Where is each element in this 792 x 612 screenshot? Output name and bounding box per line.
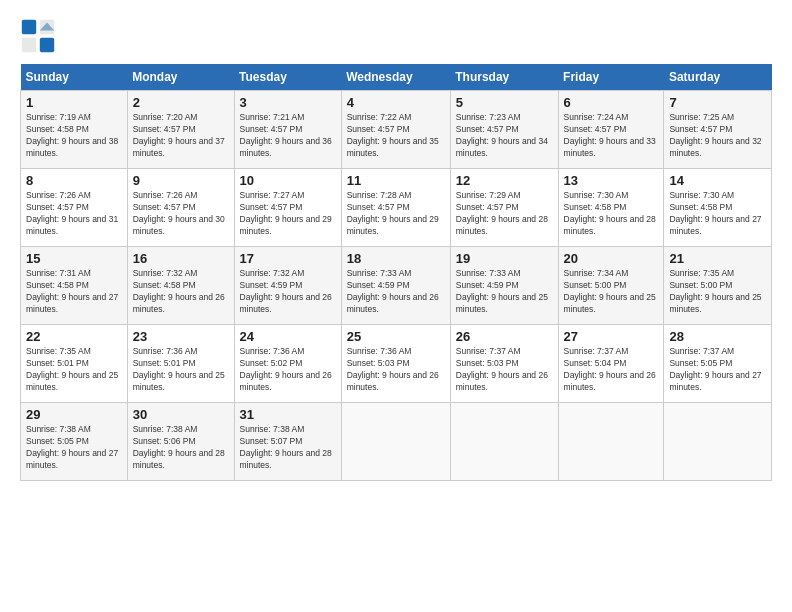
day-detail: Sunrise: 7:19 AMSunset: 4:58 PMDaylight:… — [26, 112, 122, 160]
day-header-tuesday: Tuesday — [234, 64, 341, 91]
day-detail: Sunrise: 7:22 AMSunset: 4:57 PMDaylight:… — [347, 112, 445, 160]
calendar-cell — [664, 403, 772, 481]
day-number: 29 — [26, 407, 122, 422]
day-number: 4 — [347, 95, 445, 110]
svg-rect-2 — [22, 38, 36, 52]
svg-rect-0 — [22, 20, 36, 34]
day-detail: Sunrise: 7:30 AMSunset: 4:58 PMDaylight:… — [564, 190, 659, 238]
day-detail: Sunrise: 7:29 AMSunset: 4:57 PMDaylight:… — [456, 190, 553, 238]
calendar-cell: 5 Sunrise: 7:23 AMSunset: 4:57 PMDayligh… — [450, 91, 558, 169]
calendar-cell: 4 Sunrise: 7:22 AMSunset: 4:57 PMDayligh… — [341, 91, 450, 169]
page: SundayMondayTuesdayWednesdayThursdayFrid… — [0, 0, 792, 612]
calendar-cell — [450, 403, 558, 481]
calendar-cell: 19 Sunrise: 7:33 AMSunset: 4:59 PMDaylig… — [450, 247, 558, 325]
day-detail: Sunrise: 7:26 AMSunset: 4:57 PMDaylight:… — [26, 190, 122, 238]
day-number: 2 — [133, 95, 229, 110]
day-number: 9 — [133, 173, 229, 188]
day-number: 7 — [669, 95, 766, 110]
svg-rect-3 — [40, 38, 54, 52]
day-number: 11 — [347, 173, 445, 188]
calendar-cell — [341, 403, 450, 481]
day-header-sunday: Sunday — [21, 64, 128, 91]
week-row-3: 15 Sunrise: 7:31 AMSunset: 4:58 PMDaylig… — [21, 247, 772, 325]
day-detail: Sunrise: 7:32 AMSunset: 4:59 PMDaylight:… — [240, 268, 336, 316]
day-detail: Sunrise: 7:33 AMSunset: 4:59 PMDaylight:… — [456, 268, 553, 316]
day-header-thursday: Thursday — [450, 64, 558, 91]
day-detail: Sunrise: 7:37 AMSunset: 5:03 PMDaylight:… — [456, 346, 553, 394]
calendar-cell: 26 Sunrise: 7:37 AMSunset: 5:03 PMDaylig… — [450, 325, 558, 403]
week-row-4: 22 Sunrise: 7:35 AMSunset: 5:01 PMDaylig… — [21, 325, 772, 403]
calendar-cell: 16 Sunrise: 7:32 AMSunset: 4:58 PMDaylig… — [127, 247, 234, 325]
day-detail: Sunrise: 7:33 AMSunset: 4:59 PMDaylight:… — [347, 268, 445, 316]
day-detail: Sunrise: 7:38 AMSunset: 5:05 PMDaylight:… — [26, 424, 122, 472]
day-number: 20 — [564, 251, 659, 266]
day-detail: Sunrise: 7:37 AMSunset: 5:04 PMDaylight:… — [564, 346, 659, 394]
day-number: 12 — [456, 173, 553, 188]
day-detail: Sunrise: 7:27 AMSunset: 4:57 PMDaylight:… — [240, 190, 336, 238]
calendar-cell: 10 Sunrise: 7:27 AMSunset: 4:57 PMDaylig… — [234, 169, 341, 247]
day-number: 14 — [669, 173, 766, 188]
day-number: 18 — [347, 251, 445, 266]
day-number: 16 — [133, 251, 229, 266]
calendar-cell: 25 Sunrise: 7:36 AMSunset: 5:03 PMDaylig… — [341, 325, 450, 403]
day-number: 26 — [456, 329, 553, 344]
day-detail: Sunrise: 7:23 AMSunset: 4:57 PMDaylight:… — [456, 112, 553, 160]
calendar-cell: 2 Sunrise: 7:20 AMSunset: 4:57 PMDayligh… — [127, 91, 234, 169]
logo — [20, 18, 62, 54]
calendar-cell: 21 Sunrise: 7:35 AMSunset: 5:00 PMDaylig… — [664, 247, 772, 325]
day-number: 23 — [133, 329, 229, 344]
day-number: 30 — [133, 407, 229, 422]
day-detail: Sunrise: 7:24 AMSunset: 4:57 PMDaylight:… — [564, 112, 659, 160]
day-detail: Sunrise: 7:35 AMSunset: 5:00 PMDaylight:… — [669, 268, 766, 316]
day-number: 21 — [669, 251, 766, 266]
day-detail: Sunrise: 7:35 AMSunset: 5:01 PMDaylight:… — [26, 346, 122, 394]
day-detail: Sunrise: 7:36 AMSunset: 5:03 PMDaylight:… — [347, 346, 445, 394]
day-header-friday: Friday — [558, 64, 664, 91]
calendar-cell: 28 Sunrise: 7:37 AMSunset: 5:05 PMDaylig… — [664, 325, 772, 403]
day-detail: Sunrise: 7:36 AMSunset: 5:01 PMDaylight:… — [133, 346, 229, 394]
day-detail: Sunrise: 7:36 AMSunset: 5:02 PMDaylight:… — [240, 346, 336, 394]
day-number: 19 — [456, 251, 553, 266]
day-number: 5 — [456, 95, 553, 110]
day-number: 6 — [564, 95, 659, 110]
calendar-cell: 14 Sunrise: 7:30 AMSunset: 4:58 PMDaylig… — [664, 169, 772, 247]
day-detail: Sunrise: 7:30 AMSunset: 4:58 PMDaylight:… — [669, 190, 766, 238]
day-number: 31 — [240, 407, 336, 422]
day-number: 15 — [26, 251, 122, 266]
week-row-5: 29 Sunrise: 7:38 AMSunset: 5:05 PMDaylig… — [21, 403, 772, 481]
calendar-cell: 12 Sunrise: 7:29 AMSunset: 4:57 PMDaylig… — [450, 169, 558, 247]
calendar-cell: 29 Sunrise: 7:38 AMSunset: 5:05 PMDaylig… — [21, 403, 128, 481]
calendar-cell: 24 Sunrise: 7:36 AMSunset: 5:02 PMDaylig… — [234, 325, 341, 403]
calendar-cell: 31 Sunrise: 7:38 AMSunset: 5:07 PMDaylig… — [234, 403, 341, 481]
day-number: 1 — [26, 95, 122, 110]
day-number: 10 — [240, 173, 336, 188]
week-row-2: 8 Sunrise: 7:26 AMSunset: 4:57 PMDayligh… — [21, 169, 772, 247]
day-number: 25 — [347, 329, 445, 344]
day-number: 27 — [564, 329, 659, 344]
day-header-row: SundayMondayTuesdayWednesdayThursdayFrid… — [21, 64, 772, 91]
day-header-saturday: Saturday — [664, 64, 772, 91]
calendar-cell: 9 Sunrise: 7:26 AMSunset: 4:57 PMDayligh… — [127, 169, 234, 247]
calendar-cell: 30 Sunrise: 7:38 AMSunset: 5:06 PMDaylig… — [127, 403, 234, 481]
day-detail: Sunrise: 7:25 AMSunset: 4:57 PMDaylight:… — [669, 112, 766, 160]
calendar-cell: 20 Sunrise: 7:34 AMSunset: 5:00 PMDaylig… — [558, 247, 664, 325]
calendar-cell: 11 Sunrise: 7:28 AMSunset: 4:57 PMDaylig… — [341, 169, 450, 247]
week-row-1: 1 Sunrise: 7:19 AMSunset: 4:58 PMDayligh… — [21, 91, 772, 169]
day-number: 8 — [26, 173, 122, 188]
calendar-cell: 22 Sunrise: 7:35 AMSunset: 5:01 PMDaylig… — [21, 325, 128, 403]
day-detail: Sunrise: 7:32 AMSunset: 4:58 PMDaylight:… — [133, 268, 229, 316]
calendar-cell: 18 Sunrise: 7:33 AMSunset: 4:59 PMDaylig… — [341, 247, 450, 325]
day-detail: Sunrise: 7:34 AMSunset: 5:00 PMDaylight:… — [564, 268, 659, 316]
calendar-cell: 1 Sunrise: 7:19 AMSunset: 4:58 PMDayligh… — [21, 91, 128, 169]
day-number: 22 — [26, 329, 122, 344]
day-header-monday: Monday — [127, 64, 234, 91]
header — [20, 18, 772, 54]
day-number: 17 — [240, 251, 336, 266]
calendar-cell: 3 Sunrise: 7:21 AMSunset: 4:57 PMDayligh… — [234, 91, 341, 169]
day-detail: Sunrise: 7:31 AMSunset: 4:58 PMDaylight:… — [26, 268, 122, 316]
day-detail: Sunrise: 7:21 AMSunset: 4:57 PMDaylight:… — [240, 112, 336, 160]
day-number: 3 — [240, 95, 336, 110]
calendar-cell: 7 Sunrise: 7:25 AMSunset: 4:57 PMDayligh… — [664, 91, 772, 169]
calendar-cell: 15 Sunrise: 7:31 AMSunset: 4:58 PMDaylig… — [21, 247, 128, 325]
day-detail: Sunrise: 7:20 AMSunset: 4:57 PMDaylight:… — [133, 112, 229, 160]
